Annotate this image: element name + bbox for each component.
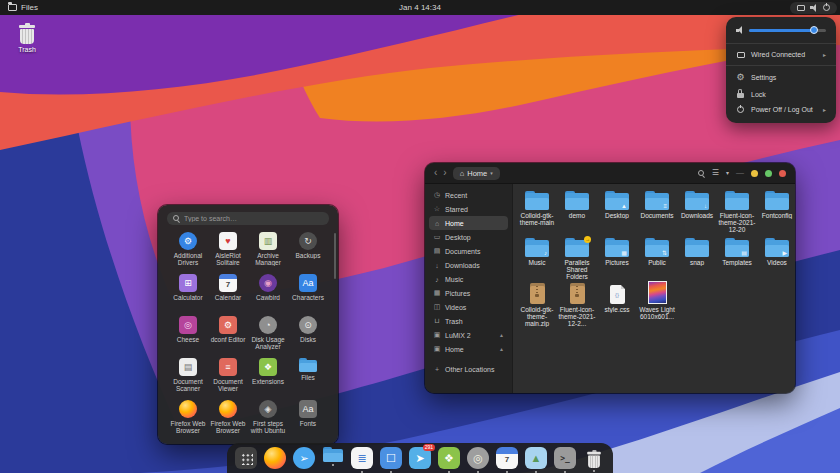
sidebar-item-documents[interactable]: ▤Documents xyxy=(429,244,508,258)
sidebar-item-home[interactable]: ▣Home▲ xyxy=(429,342,508,356)
menu-item-wired-connected[interactable]: Wired Connected ▸ xyxy=(726,47,836,62)
file-item[interactable]: →Parallels Shared Folders xyxy=(557,236,597,283)
app-item[interactable]: ⊞Calculator xyxy=(168,274,208,316)
sidebar-item-desktop[interactable]: ▭Desktop xyxy=(429,230,508,244)
minimize-icon[interactable]: — xyxy=(736,169,744,177)
search-icon[interactable] xyxy=(698,170,705,177)
app-item[interactable]: AaFonts xyxy=(288,400,328,442)
file-item[interactable]: Fontconfig xyxy=(757,189,795,236)
app-item[interactable]: ⚙Additional Drivers xyxy=(168,232,208,274)
file-item[interactable]: ⇅Public xyxy=(637,236,677,283)
app-item[interactable]: ◎Cheese xyxy=(168,316,208,358)
sidebar-item-recent[interactable]: ◷Recent xyxy=(429,188,508,202)
sidebar-item-other-locations[interactable]: +Other Locations xyxy=(429,362,508,376)
file-item[interactable]: Waves Light 6010x601... xyxy=(637,283,677,330)
file-item[interactable]: ▲Desktop xyxy=(597,189,637,236)
app-item[interactable]: ❖Extensions xyxy=(248,358,288,400)
file-item[interactable]: Fluent-icon-theme-2021-12-20 xyxy=(717,189,757,236)
app-item[interactable]: Files xyxy=(288,358,328,400)
sidebar-item-trash[interactable]: ⊔Trash xyxy=(429,314,508,328)
app-item[interactable]: Firefox Web Browser xyxy=(168,400,208,442)
file-item[interactable]: Colloid-gtk-theme-main xyxy=(517,189,557,236)
back-button[interactable]: ‹ xyxy=(434,168,437,178)
path-button[interactable]: ⌂ Home ▾ xyxy=(453,167,500,180)
dock-item-tweaks[interactable]: ◎ xyxy=(467,447,489,473)
app-item[interactable]: ◈First steps with Ubuntu xyxy=(248,400,288,442)
window-dot-minimize[interactable] xyxy=(751,170,758,177)
sidebar-item-home[interactable]: ⌂Home xyxy=(429,216,508,230)
system-tray[interactable] xyxy=(790,2,837,14)
menu-item-lock[interactable]: Lock xyxy=(726,86,836,102)
app-item[interactable]: 7Calendar xyxy=(208,274,248,316)
app-label: AisleRiot Solitaire xyxy=(208,252,248,266)
file-item[interactable]: ▤Templates xyxy=(717,236,757,283)
file-item[interactable]: demo xyxy=(557,189,597,236)
file-item[interactable]: ≡Documents xyxy=(637,189,677,236)
sidebar-item-music[interactable]: ♪Music xyxy=(429,272,508,286)
app-item[interactable]: ≡Document Viewer xyxy=(208,358,248,400)
file-item[interactable]: ▦Pictures xyxy=(597,236,637,283)
chevron-down-icon[interactable]: ▾ xyxy=(726,169,729,177)
app-item[interactable]: ⊙Disks xyxy=(288,316,328,358)
app-menu-button[interactable]: Files xyxy=(0,3,46,12)
eject-icon[interactable]: ▲ xyxy=(499,346,504,352)
app-item[interactable]: ♥AisleRiot Solitaire xyxy=(208,232,248,274)
menu-item-settings[interactable]: ⚙ Settings xyxy=(726,69,836,86)
dock-item-text-editor[interactable]: ≣ xyxy=(351,447,373,473)
app-item[interactable]: ⚙dconf Editor xyxy=(208,316,248,358)
view-menu-icon[interactable]: ☰ xyxy=(712,169,719,177)
eject-icon[interactable]: ▲ xyxy=(499,332,504,338)
sidebar-item-pictures[interactable]: ▦Pictures xyxy=(429,286,508,300)
dock-item-extensions[interactable]: ❖ xyxy=(438,447,460,473)
file-item[interactable]: Colloid-gtk-theme-main.zip xyxy=(517,283,557,330)
app-icon: ▤ xyxy=(179,358,197,376)
window-dot-close[interactable] xyxy=(779,170,786,177)
sidebar-item-lumix-2[interactable]: ▣LuMiX 2▲ xyxy=(429,328,508,342)
scrollbar[interactable] xyxy=(334,233,336,279)
clock[interactable]: Jan 4 14:34 xyxy=(399,3,441,12)
file-item[interactable]: {}style.css xyxy=(597,283,637,330)
dock-item-messenger[interactable]: ➤291 xyxy=(409,447,431,469)
sidebar-item-starred[interactable]: ☆Starred xyxy=(429,202,508,216)
sidebar-item-icon: ▦ xyxy=(433,289,441,297)
sidebar-item-label: Trash xyxy=(445,318,463,325)
dock: ➢≣☐➤291❖◎7▲>_ xyxy=(227,443,613,473)
dock-item-files[interactable] xyxy=(322,447,344,466)
sidebar-item-downloads[interactable]: ↓Downloads xyxy=(429,258,508,272)
dock-item-photos[interactable]: ▲ xyxy=(525,447,547,473)
app-label: Fonts xyxy=(288,420,328,427)
menu-item-power[interactable]: Power Off / Log Out ▸ xyxy=(726,102,836,117)
file-item[interactable]: snap xyxy=(677,236,717,283)
sidebar-item-label: Desktop xyxy=(445,234,471,241)
app-label: Cheese xyxy=(168,336,208,343)
dock-item-firefox[interactable] xyxy=(264,447,286,469)
app-item[interactable]: ▥Archive Manager xyxy=(248,232,288,274)
file-item[interactable]: ▶Videos xyxy=(757,236,795,283)
dock-item-terminal[interactable]: >_ xyxy=(554,447,576,473)
dock-item-show-apps[interactable] xyxy=(235,447,257,469)
app-item[interactable]: ◔Disk Usage Analyzer xyxy=(248,316,288,358)
app-icon: ⚙ xyxy=(179,232,197,250)
app-item[interactable]: ◉Cawbird xyxy=(248,274,288,316)
app-item[interactable]: AaCharacters xyxy=(288,274,328,316)
dock-item-calendar[interactable]: 7 xyxy=(496,447,518,473)
dock-item-trash[interactable] xyxy=(583,447,605,472)
forward-button[interactable]: › xyxy=(443,168,446,178)
window-dot-maximize[interactable] xyxy=(765,170,772,177)
search-bar[interactable] xyxy=(167,212,329,225)
file-item[interactable]: ↓Downloads xyxy=(677,189,717,236)
desktop-trash-icon[interactable]: Trash xyxy=(11,23,43,53)
dock-item-cawbird[interactable]: ➢ xyxy=(293,447,315,469)
app-item[interactable]: ↻Backups xyxy=(288,232,328,274)
sidebar-item-videos[interactable]: ◫Videos xyxy=(429,300,508,314)
volume-slider-handle[interactable] xyxy=(810,26,818,34)
app-item[interactable]: ▤Document Scanner xyxy=(168,358,208,400)
sidebar-item-label: Documents xyxy=(445,248,480,255)
file-item[interactable]: Fluent-icon-theme-2021-12-2... xyxy=(557,283,597,330)
file-item[interactable]: ♪Music xyxy=(517,236,557,283)
app-item[interactable]: Firefox Web Browser xyxy=(208,400,248,442)
volume-slider[interactable] xyxy=(749,29,826,32)
sidebar-item-icon: ▤ xyxy=(433,247,441,255)
search-input[interactable] xyxy=(184,215,323,222)
dock-item-software[interactable]: ☐ xyxy=(380,447,402,473)
